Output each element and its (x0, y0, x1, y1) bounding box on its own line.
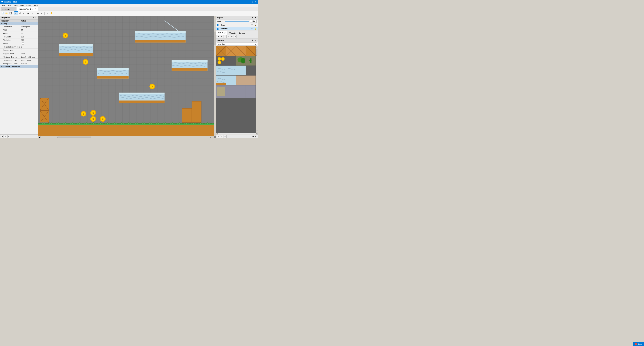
tilesets-close-button[interactable]: ✕ (254, 39, 256, 42)
tilesets-float-button[interactable]: ⧉ (252, 39, 254, 42)
title-text: map.tmx - Tiled (4, 1, 17, 3)
opacity-value[interactable]: 100 (250, 20, 256, 23)
properties-title: Properties (1, 17, 10, 19)
shape-tool-button[interactable]: ○ (30, 12, 34, 15)
tilesets-edit-button[interactable]: ✎ (224, 135, 226, 138)
properties-close-button[interactable]: ✕ (35, 17, 37, 19)
layer-properties-button[interactable]: ⚙ (234, 35, 237, 38)
tab-bar: map.tmx ● ✕ map.tmx#my_tiles ✕ (0, 7, 258, 11)
tilesets-remove-button[interactable]: − (220, 135, 223, 138)
fill-tool-button[interactable]: ▦ (26, 12, 30, 15)
tab-my-tiles-close[interactable]: ✕ (34, 8, 36, 10)
object-select-button[interactable]: ◈ (36, 12, 40, 15)
tileset-scroll-left[interactable]: ◀ (216, 133, 218, 135)
save-button[interactable]: 💾 (9, 12, 12, 15)
tab-layers[interactable]: Layers (238, 31, 247, 35)
svg-rect-9 (40, 110, 49, 111)
tab-map-tmx-close[interactable]: ✕ (12, 8, 14, 10)
stamp-tool-button[interactable]: 🖌 (18, 12, 22, 15)
layer-coins-name: Coins (220, 24, 250, 26)
canvas-scrollbar-v[interactable]: ▲ ▼ (214, 16, 216, 136)
opacity-slider[interactable] (225, 21, 249, 22)
menu-map[interactable]: Map (19, 4, 25, 7)
layer-remove-button[interactable]: − (220, 35, 223, 38)
prop-value-width: 25 (20, 29, 38, 31)
prop-value-tile-render-order: Right Down (20, 59, 38, 61)
menu-layer[interactable]: Layer (25, 4, 32, 7)
tileset-scroll-thumb[interactable] (256, 49, 258, 56)
pan-button[interactable]: ✋ (50, 12, 53, 15)
properties-header-controls[interactable]: ⧉ ✕ (32, 17, 37, 19)
tileset-svg (216, 46, 256, 98)
tileset-scroll-down[interactable]: ▼ (256, 130, 258, 133)
menu-file[interactable]: File (1, 4, 6, 7)
object-edit-button[interactable]: ✏ (40, 12, 44, 15)
tab-my-tiles-label: map.tmx#my_tiles (18, 8, 34, 10)
scroll-right-arrow[interactable]: ▶ (209, 136, 211, 138)
layer-coins-lock[interactable]: 🔓 (254, 24, 256, 26)
tileset-scrollbar-h[interactable]: ◀ ▶ (216, 133, 258, 135)
properties-content[interactable]: ▼ Map Orientation Orthogonal Width 25 He… (0, 22, 38, 134)
edit-property-button[interactable]: ✎ (8, 135, 10, 138)
properties-float-button[interactable]: ⧉ (32, 17, 34, 19)
layers-title: Layers (217, 17, 223, 19)
select-tool-button[interactable]: ⬚ (14, 12, 18, 15)
remove-property-button[interactable]: − (4, 135, 7, 138)
tilesets-add-button[interactable]: + (217, 135, 220, 138)
tileset-scrollbar-v[interactable]: ▲ ▼ (256, 46, 258, 133)
toolbar: 📄 📂 💾 ⬚ 🖌 ◻ ▦ ○ ◈ ✏ ⊕ ✋ (0, 11, 258, 16)
layers-close-button[interactable]: ✕ (254, 17, 256, 19)
svg-point-83 (241, 58, 245, 63)
layers-header-controls[interactable]: ⧉ ✕ (252, 17, 256, 19)
infinite-checkbox[interactable] (22, 43, 24, 45)
layer-up-button[interactable]: ↑ (224, 35, 226, 38)
canvas-scroll-thumb-v[interactable] (214, 32, 216, 45)
close-button[interactable]: ✕ (254, 1, 256, 3)
tileset-view[interactable]: ▲ ▼ (216, 46, 258, 133)
properties-header: Properties ⧉ ✕ (0, 16, 38, 20)
layer-coins-visibility[interactable]: 👁 (251, 24, 253, 26)
tilesets-header-controls[interactable]: ⧉ ✕ (252, 39, 256, 42)
tab-objects[interactable]: Objects (228, 31, 237, 35)
maximize-button[interactable]: □ (251, 1, 254, 3)
tileset-scroll-right[interactable]: ▶ (256, 133, 258, 135)
open-button[interactable]: 📂 (5, 12, 8, 15)
layer-row-coins[interactable]: Coins 👁 🔓 (216, 23, 258, 27)
tileset-scroll-up[interactable]: ▲ (256, 46, 258, 48)
canvas-area[interactable]: $ $ $ $ $ $ (38, 16, 216, 138)
tab-mini-map[interactable]: Mini-map (216, 31, 228, 35)
layer-duplicate-button[interactable]: ⊞ (230, 35, 233, 38)
prop-name-tile-height: Tile Height (0, 39, 20, 41)
layer-down-button[interactable]: ↓ (227, 35, 230, 38)
tilesets-dropdown[interactable]: my_tiles (217, 43, 257, 46)
prop-section-map[interactable]: ▼ Map (0, 22, 38, 25)
scroll-down-arrow[interactable]: ▼ (214, 134, 216, 136)
prop-section-custom[interactable]: ▼ Custom Properties (0, 65, 38, 68)
tab-layers-label: Layers (239, 32, 245, 34)
canvas-scrollbar-h[interactable]: ◀ ▶ (38, 136, 214, 138)
svg-rect-26 (119, 93, 164, 94)
new-file-button[interactable]: 📄 (1, 12, 4, 15)
tab-map-tmx[interactable]: map.tmx ● ✕ (1, 7, 16, 11)
title-bar-controls[interactable]: − □ ✕ (248, 1, 256, 3)
menu-view[interactable]: View (12, 4, 19, 7)
menu-edit[interactable]: Edit (6, 4, 12, 7)
scroll-up-arrow[interactable]: ▲ (214, 16, 216, 18)
zoom-in-button[interactable]: ⊕ (46, 12, 49, 15)
layer-platforms-visibility[interactable]: 👁 (251, 28, 253, 30)
eraser-tool-button[interactable]: ◻ (22, 12, 26, 15)
layer-platforms-lock[interactable]: 🔓 (254, 28, 256, 30)
layers-float-button[interactable]: ⧉ (252, 17, 254, 19)
scroll-left-arrow[interactable]: ◀ (38, 136, 40, 138)
prop-row-stagger-index: Stagger Index Odd (0, 52, 38, 55)
add-property-button[interactable]: + (1, 135, 4, 138)
tileset-hscroll-track[interactable] (218, 133, 256, 134)
minimize-button[interactable]: − (248, 1, 251, 3)
svg-point-73 (218, 58, 221, 60)
tab-my-tiles[interactable]: map.tmx#my_tiles ✕ (17, 7, 38, 11)
tab-objects-label: Objects (229, 32, 236, 34)
menu-help[interactable]: Help (32, 4, 39, 7)
layer-row-platforms[interactable]: Platforms 👁 🔓 (216, 27, 258, 31)
layer-add-button[interactable]: + (217, 35, 220, 38)
canvas-scroll-thumb-h[interactable] (57, 136, 91, 138)
